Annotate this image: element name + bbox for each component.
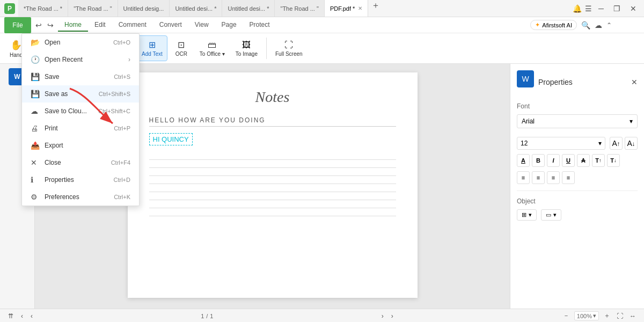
menu-item-save[interactable]: 💾 Save Ctrl+S (22, 68, 139, 85)
underline-button[interactable]: U (562, 154, 575, 167)
go-to-prev2-button[interactable]: ‹ (29, 312, 34, 320)
close-button[interactable]: ✕ (627, 3, 640, 14)
align-right-button[interactable]: ≡ (547, 171, 560, 184)
bold-button[interactable]: B (532, 154, 545, 167)
tab-comment[interactable]: Comment (112, 19, 153, 32)
justify-button[interactable]: ≡ (562, 171, 575, 184)
menu-item-save-cloud[interactable]: ☁ Save to Clou... Ctrl+Shift+C (22, 103, 139, 120)
search-icon[interactable]: 🔍 (581, 21, 590, 30)
underline-A-button[interactable]: A (517, 154, 530, 167)
fit-width-button[interactable]: ↔ (628, 312, 638, 320)
align-left-button[interactable]: ≡ (517, 171, 530, 184)
grid-icon: ⊞ (522, 211, 526, 218)
tab-3[interactable]: Untitled desi... * (170, 0, 222, 17)
italic-button[interactable]: I (547, 154, 560, 167)
notification-icon[interactable]: 🔔 (573, 4, 582, 13)
to-office-icon: 🗃 (208, 40, 216, 50)
increase-font-button[interactable]: A↑ (610, 137, 623, 150)
menu-item-save-as[interactable]: 💾 Save as Ctrl+Shift+S (22, 85, 139, 103)
tab-protect[interactable]: Protect (243, 19, 276, 32)
zoom-controls: － 100% ▾ ＋ ⛶ ↔ (561, 311, 638, 320)
tab-view[interactable]: View (188, 19, 215, 32)
cloud-icon[interactable]: ☁ (595, 21, 602, 30)
menu-item-open-recent[interactable]: 🕐 Open Recent › (22, 51, 139, 68)
save-icon: 💾 (31, 72, 39, 81)
decrease-font-button[interactable]: A↓ (625, 137, 638, 150)
font-label: Font (517, 103, 638, 110)
ocr-button[interactable]: ⊡ OCR (170, 35, 193, 61)
size-dropdown-icon: ▾ (598, 140, 602, 147)
tab-6[interactable]: PDF.pdf * ✕ (325, 0, 368, 17)
ocr-icon: ⊡ (178, 40, 185, 50)
go-to-next-button[interactable]: › (380, 312, 385, 320)
strikethrough-button[interactable]: A (577, 154, 590, 167)
pdf-text-line-1: HELLO HOW ARE YOU DOING (149, 116, 396, 127)
add-tab-button[interactable]: ＋ (368, 0, 383, 17)
properties-icon: ℹ (31, 175, 39, 184)
tab-5[interactable]: "The Road ... " (275, 0, 324, 17)
tab-convert[interactable]: Convert (153, 19, 188, 32)
pdf-title: Notes (149, 89, 396, 106)
fit-page-button[interactable]: ⛶ (615, 312, 625, 320)
window-controls: 🔔 ☰ ─ ❐ ✕ (573, 3, 640, 14)
tab-close-icon[interactable]: ✕ (358, 5, 362, 11)
menu-item-properties[interactable]: ℹ Properties Ctrl+D (22, 171, 139, 188)
tab-0[interactable]: *The Road ... * (18, 0, 68, 17)
pdf-line-3 (149, 175, 396, 176)
tab-page[interactable]: Page (215, 19, 243, 32)
zoom-out-button[interactable]: － (561, 311, 571, 320)
object-btn-2[interactable]: ▭ ▾ (541, 209, 561, 221)
superscript-button[interactable]: T↑ (592, 154, 605, 167)
font-select[interactable]: Arial ▾ (517, 114, 638, 128)
tab-home[interactable]: Home (58, 19, 88, 32)
menu-item-print[interactable]: 🖨 Print Ctrl+P (22, 120, 139, 137)
tab-edit[interactable]: Edit (88, 19, 112, 32)
menu-item-close[interactable]: ✕ Close Ctrl+F4 (22, 154, 139, 171)
menu-item-preferences[interactable]: ⚙ Preferences Ctrl+K (22, 188, 139, 206)
menu-item-open[interactable]: 📂 Open Ctrl+O (22, 34, 139, 51)
minimize-button[interactable]: ─ (595, 3, 607, 14)
collapse-ribbon-icon[interactable]: ⌃ (606, 21, 612, 29)
tab-2[interactable]: Untitled desig... (118, 0, 170, 17)
close-file-icon: ✕ (31, 158, 39, 167)
object-btn-1[interactable]: ⊞ ▾ (517, 209, 537, 221)
pdf-line-5 (149, 192, 396, 192)
pdf-line-6 (149, 200, 396, 200)
zoom-in-button[interactable]: ＋ (602, 311, 612, 320)
separator-3 (266, 38, 267, 59)
redo-button[interactable]: ↪ (45, 20, 56, 31)
align-center-button[interactable]: ≡ (532, 171, 545, 184)
object-label: Object (517, 197, 638, 205)
page-info: 1 / 1 (201, 313, 213, 319)
panel-close-button[interactable]: ✕ (631, 78, 638, 86)
undo-button[interactable]: ↩ (33, 20, 44, 31)
file-menu-button[interactable]: File (4, 17, 31, 33)
restore-button[interactable]: ❐ (610, 3, 624, 14)
to-image-button[interactable]: 🖼 To Image (231, 35, 262, 61)
pdf-page: Notes HELLO HOW ARE YOU DOING HI QUINCY (128, 72, 418, 298)
menu-item-export[interactable]: 📤 Export (22, 137, 139, 154)
go-to-first-button[interactable]: ⇈ (6, 312, 15, 320)
tab-4[interactable]: Untitled desi... * (222, 0, 275, 17)
subscript-button[interactable]: T↓ (607, 154, 620, 167)
full-screen-button[interactable]: ⛶ Full Screen (271, 35, 307, 61)
font-size-select[interactable]: 12 ▾ (517, 137, 605, 150)
tab-1[interactable]: "The Road ... " (68, 0, 118, 17)
font-section: Font Arial ▾ (517, 103, 638, 128)
zoom-select[interactable]: 100% ▾ (574, 311, 599, 320)
ai-badge[interactable]: ✦ Afirstsoft AI (530, 20, 577, 30)
add-text-button[interactable]: ⊞ Add Text (137, 35, 167, 61)
go-to-prev-button[interactable]: ‹ (19, 312, 25, 320)
panel-header: W Properties ✕ (517, 70, 638, 94)
properties-panel: W Properties ✕ Font Arial ▾ 12 ▾ A↑ A↓ A (510, 64, 644, 309)
menu-icon[interactable]: ☰ (585, 4, 592, 13)
hand-icon: ✋ (10, 39, 22, 51)
ribbon-tab-strip: File ↩ ↪ Home Edit Comment Convert View … (0, 17, 644, 33)
save-as-icon: 💾 (31, 90, 39, 98)
print-icon: 🖨 (31, 124, 39, 133)
open-icon: 📂 (31, 38, 39, 47)
ribbon-right-actions: ✦ Afirstsoft AI 🔍 ☁ ⌃ (530, 20, 612, 30)
save-cloud-icon: ☁ (31, 107, 39, 115)
go-to-last-button[interactable]: › (390, 312, 395, 320)
to-office-button[interactable]: 🗃 To Office ▾ (195, 35, 229, 61)
